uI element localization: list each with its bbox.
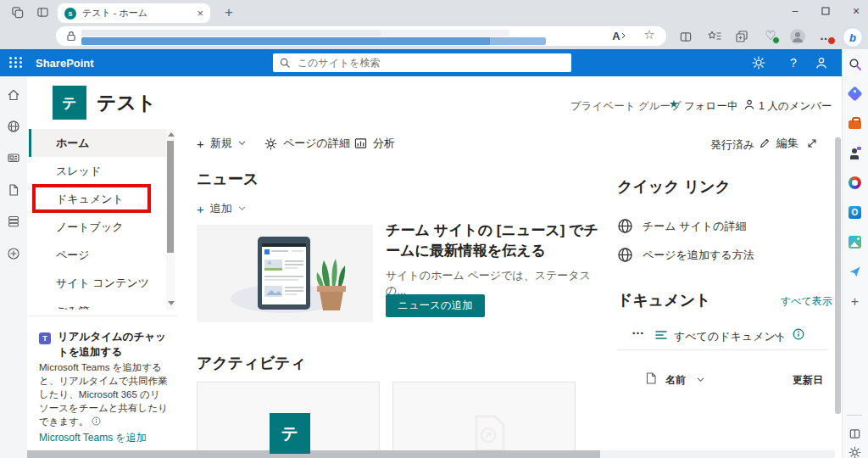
- activity-site-tile: テ: [270, 413, 310, 454]
- more-menu-icon[interactable]: …: [817, 27, 834, 44]
- favorites-bar-icon[interactable]: [706, 29, 721, 44]
- search-input[interactable]: [296, 56, 565, 70]
- news-heading: ニュース: [197, 169, 259, 189]
- browser-tabstrip: s テスト - ホーム × + – ×: [0, 0, 868, 24]
- window-minimize-button[interactable]: –: [782, 2, 809, 20]
- collections-icon[interactable]: [734, 29, 749, 44]
- browser-tab-active[interactable]: s テスト - ホーム ×: [58, 3, 210, 23]
- nav-scroll-down-icon[interactable]: [168, 301, 175, 305]
- page-horizontal-scrollbar-thumb[interactable]: [27, 450, 600, 458]
- screenshot-root: s テスト - ホーム × + – × A ☆ ♡: [0, 0, 868, 458]
- add-news-button[interactable]: ニュースの追加: [386, 294, 485, 317]
- sidebar-add-icon[interactable]: +: [847, 293, 863, 310]
- bing-chat-icon[interactable]: b: [843, 27, 863, 47]
- activity-card-2[interactable]: [392, 382, 576, 458]
- edge-sidebar: [842, 49, 868, 458]
- tab-title: テスト - ホーム: [82, 7, 197, 20]
- analytics-button[interactable]: 分析: [354, 136, 395, 151]
- sidebar-microsoft365-icon[interactable]: [847, 175, 863, 191]
- sidebar-games-icon[interactable]: [847, 145, 863, 161]
- chevron-down-icon: [238, 206, 246, 211]
- tab-close-icon[interactable]: ×: [197, 7, 203, 20]
- globe-icon: [617, 247, 633, 263]
- sidebar-designer-icon[interactable]: [847, 234, 863, 250]
- library-info-icon[interactable]: [792, 327, 804, 340]
- new-tab-button[interactable]: +: [219, 3, 239, 22]
- nav-item-thread[interactable]: スレッド: [29, 157, 166, 185]
- fullscreen-icon[interactable]: [805, 137, 819, 150]
- sidebar-panel-icon[interactable]: [847, 426, 863, 442]
- profile-avatar[interactable]: [790, 29, 805, 44]
- page-vertical-scrollbar[interactable]: [835, 137, 841, 414]
- chevron-down-icon[interactable]: [697, 377, 704, 383]
- privacy-label: プライベート グループ: [570, 99, 682, 114]
- globe-icon: [617, 218, 633, 234]
- info-icon[interactable]: [92, 416, 101, 426]
- workspaces-icon[interactable]: [10, 5, 24, 19]
- chevron-down-icon: [238, 141, 246, 146]
- sidebar-tools-icon[interactable]: [847, 116, 863, 132]
- help-icon[interactable]: ?: [787, 56, 800, 70]
- file-type-column-icon[interactable]: [645, 371, 657, 384]
- sidebar-search-icon[interactable]: [847, 56, 863, 72]
- browser-essentials-icon[interactable]: ♡: [762, 27, 779, 44]
- sidebar-settings-icon[interactable]: [847, 444, 863, 458]
- read-aloud-icon[interactable]: A: [610, 28, 627, 43]
- nav-item-recycle-bin[interactable]: ごみ箱: [29, 297, 166, 310]
- column-modified[interactable]: 更新日: [793, 373, 823, 388]
- news-card-title[interactable]: チーム サイトの [ニュース] でチームに最新情報を伝える: [386, 221, 599, 261]
- gear-icon: [264, 137, 277, 150]
- url-redaction-highlight: [81, 37, 546, 45]
- nav-divider: [29, 316, 178, 316]
- chevron-down-icon[interactable]: [774, 333, 782, 338]
- nav-item-pages[interactable]: ページ: [29, 241, 166, 269]
- favorite-star-icon[interactable]: ☆: [641, 26, 658, 43]
- nav-item-notebook[interactable]: ノートブック: [29, 213, 166, 241]
- sidebar-outlook-icon[interactable]: O: [847, 204, 863, 221]
- sidebar-shopping-icon[interactable]: [847, 86, 863, 102]
- documents-more-icon[interactable]: …: [632, 322, 644, 337]
- window-maximize-button[interactable]: [812, 2, 839, 20]
- site-logo[interactable]: テ: [53, 86, 86, 120]
- nav-item-site-contents[interactable]: サイト コンテンツ: [29, 269, 166, 297]
- members-label[interactable]: 1 人のメンバー: [759, 99, 832, 114]
- quick-link-site-details[interactable]: チーム サイトの詳細: [617, 218, 746, 234]
- edit-button[interactable]: 編集: [759, 136, 798, 151]
- appbar-file-icon[interactable]: [7, 183, 20, 197]
- appbar-library-icon[interactable]: [7, 215, 20, 228]
- essentials-status-badge: [772, 36, 780, 44]
- follow-label[interactable]: フォロー中: [684, 99, 737, 114]
- page-details-button[interactable]: ページの詳細: [264, 136, 350, 151]
- new-button[interactable]: + 新規: [197, 136, 246, 151]
- plus-icon: +: [197, 202, 204, 216]
- add-teams-link[interactable]: Microsoft Teams を追加: [39, 431, 147, 445]
- see-all-link[interactable]: すべて表示: [781, 294, 832, 309]
- suite-brand[interactable]: SharePoint: [36, 57, 94, 70]
- site-search-box[interactable]: [273, 53, 571, 72]
- teams-promo-title: リアルタイムのチャットを追加する: [58, 330, 170, 360]
- split-screen-icon[interactable]: [678, 29, 693, 44]
- nav-item-home[interactable]: ホーム: [29, 129, 166, 157]
- nav-scroll-up-icon[interactable]: [168, 132, 175, 137]
- appbar-home-icon[interactable]: [7, 88, 20, 102]
- appbar-globe-icon[interactable]: [7, 120, 20, 133]
- news-add-button[interactable]: + 追加: [197, 201, 246, 216]
- quick-link-add-page[interactable]: ページを追加する方法: [617, 247, 754, 263]
- appbar-news-icon[interactable]: [7, 151, 20, 165]
- follow-star-icon[interactable]: ★: [669, 98, 679, 110]
- sidebar-drop-icon[interactable]: [847, 264, 863, 280]
- account-icon[interactable]: [814, 55, 829, 70]
- app-launcher-icon[interactable]: [9, 57, 23, 68]
- nav-scroll-thumb[interactable]: [167, 141, 174, 253]
- window-close-button[interactable]: ×: [843, 2, 868, 20]
- view-selector[interactable]: すべてのドキュメント: [674, 329, 787, 344]
- document-share-icon: [393, 383, 576, 458]
- tab-actions-icon[interactable]: [36, 5, 49, 19]
- appbar-create-icon[interactable]: [7, 247, 20, 260]
- sidebar-divider: [847, 415, 862, 416]
- view-list-icon[interactable]: [654, 329, 667, 340]
- chart-icon: [354, 137, 367, 149]
- settings-gear-icon[interactable]: [751, 55, 766, 70]
- column-name[interactable]: 名前: [665, 373, 686, 388]
- teams-promo-body: Microsoft Teams を追加すると、リアルタイムで共同作業したり、Mi…: [39, 360, 170, 428]
